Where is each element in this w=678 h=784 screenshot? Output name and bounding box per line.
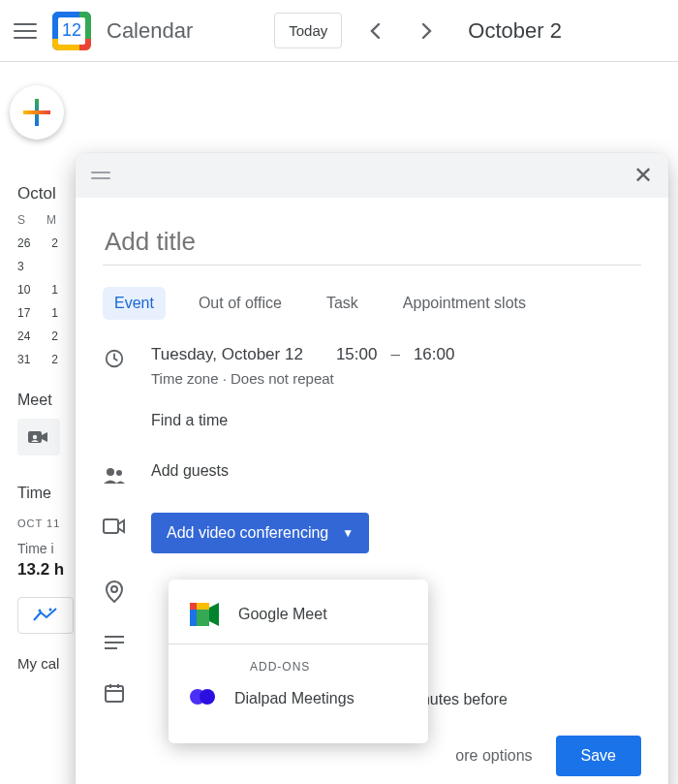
mini-day[interactable]: 2 (51, 353, 58, 366)
dd-dialpad-label: Dialpad Meetings (234, 690, 354, 707)
location-icon (103, 580, 126, 604)
weekday-label: S (17, 213, 25, 227)
event-type-tabs: Event Out of office Task Appointment slo… (103, 287, 641, 320)
people-icon (103, 464, 126, 487)
dd-google-meet-label: Google Meet (238, 606, 327, 623)
svg-point-3 (49, 609, 52, 612)
svg-point-1 (33, 435, 37, 439)
repeat-link[interactable]: Does not repeat (231, 370, 334, 387)
timezone-link[interactable]: Time zone (151, 370, 218, 387)
svg-rect-7 (104, 519, 118, 533)
svg-rect-17 (197, 603, 209, 610)
today-button[interactable]: Today (274, 13, 342, 48)
svg-point-6 (116, 470, 122, 476)
logo-day: 12 (58, 17, 85, 45)
prev-icon[interactable] (355, 12, 394, 50)
more-options-button[interactable]: ore options (455, 747, 532, 765)
mini-day[interactable]: 1 (51, 306, 58, 320)
mini-day[interactable]: 1 (51, 283, 58, 297)
mini-day[interactable]: 31 (17, 353, 30, 366)
svg-rect-18 (190, 610, 197, 626)
dropdown-separator (169, 643, 428, 644)
video-icon (103, 515, 126, 538)
event-date[interactable]: Tuesday, October 12 (151, 345, 303, 364)
tab-appointment-slots[interactable]: Appointment slots (391, 287, 538, 320)
event-start-time[interactable]: 15:00 (336, 345, 378, 364)
mini-day[interactable]: 10 (17, 283, 30, 297)
google-meet-icon (190, 603, 221, 626)
tab-task[interactable]: Task (315, 287, 370, 320)
app-title: Calendar (107, 18, 193, 44)
mini-day[interactable]: 26 (17, 236, 30, 250)
svg-rect-16 (190, 603, 197, 610)
dialpad-icon (190, 689, 217, 708)
menu-icon[interactable] (14, 19, 37, 43)
event-end-time[interactable]: 16:00 (414, 345, 455, 364)
insights-expand-button[interactable] (17, 597, 74, 634)
find-a-time-link[interactable]: Find a time (151, 412, 641, 429)
event-create-modal: ✕ Event Out of office Task Appointment s… (76, 153, 668, 784)
dropdown-item-google-meet[interactable]: Google Meet (169, 589, 428, 640)
tab-out-of-office[interactable]: Out of office (187, 287, 293, 320)
tab-event[interactable]: Event (103, 287, 166, 320)
video-btn-label: Add video conferencing (167, 524, 328, 542)
weekday-label: M (46, 213, 56, 227)
save-button[interactable]: Save (556, 736, 641, 776)
description-icon (103, 631, 126, 654)
drag-handle-icon[interactable] (91, 172, 110, 179)
dropdown-item-dialpad[interactable]: Dialpad Meetings (169, 675, 428, 722)
plus-icon (23, 99, 50, 126)
add-video-conferencing-button[interactable]: Add video conferencing ▼ (151, 513, 369, 553)
add-guests-input[interactable]: Add guests (151, 462, 641, 480)
next-icon[interactable] (408, 12, 447, 50)
svg-point-2 (39, 610, 42, 612)
close-icon[interactable]: ✕ (633, 164, 653, 187)
current-date-label: October 2 (468, 18, 562, 44)
create-button[interactable] (10, 85, 64, 140)
svg-point-8 (111, 586, 117, 592)
time-dash: – (390, 345, 399, 364)
mini-day[interactable]: 2 (51, 236, 58, 250)
calendar-icon (103, 681, 126, 705)
video-conferencing-dropdown: Google Meet ADD-ONS Dialpad Meetings (169, 580, 428, 743)
mini-day[interactable]: 24 (17, 329, 30, 343)
mini-day[interactable]: 3 (17, 260, 24, 273)
app-header: 12 Calendar Today October 2 (0, 0, 678, 62)
mini-day[interactable]: 17 (17, 306, 30, 320)
calendar-logo[interactable]: 12 (50, 10, 93, 52)
caret-down-icon: ▼ (342, 526, 354, 540)
svg-rect-12 (106, 686, 123, 702)
dropdown-addons-label: ADD-ONS (169, 648, 428, 675)
event-title-input[interactable] (103, 223, 641, 266)
clock-icon (103, 347, 126, 370)
svg-rect-19 (197, 610, 209, 626)
start-meeting-icon[interactable] (17, 419, 60, 455)
svg-point-5 (107, 468, 114, 476)
mini-day[interactable]: 2 (51, 329, 58, 343)
